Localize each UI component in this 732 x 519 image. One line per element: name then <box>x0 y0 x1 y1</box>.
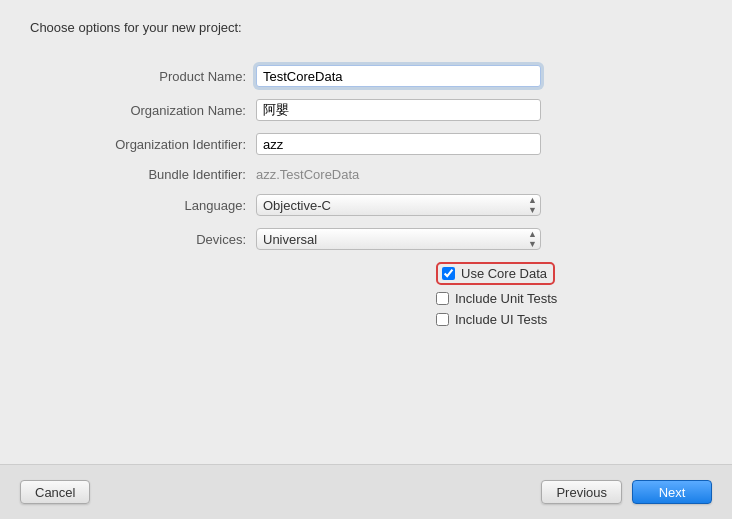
product-name-input[interactable] <box>256 65 541 87</box>
org-name-input[interactable] <box>256 99 541 121</box>
devices-row: Devices: Universal iPhone iPad ▲ ▼ <box>76 228 656 250</box>
checkboxes-area: Use Core Data Include Unit Tests Include… <box>436 262 557 327</box>
language-label: Language: <box>76 198 256 213</box>
dialog: Choose options for your new project: Pro… <box>0 0 732 464</box>
devices-label: Devices: <box>76 232 256 247</box>
include-unit-tests-label: Include Unit Tests <box>455 291 557 306</box>
next-button[interactable]: Next <box>632 480 712 504</box>
include-unit-tests-checkbox[interactable] <box>436 292 449 305</box>
devices-select[interactable]: Universal iPhone iPad <box>256 228 541 250</box>
include-ui-tests-label: Include UI Tests <box>455 312 547 327</box>
bundle-id-label: Bundle Identifier: <box>76 167 256 182</box>
core-data-highlight: Use Core Data <box>436 262 555 285</box>
form-area: Product Name: Organization Name: Organiz… <box>30 65 702 464</box>
devices-select-wrapper: Universal iPhone iPad ▲ ▼ <box>256 228 541 250</box>
bundle-id-value: azz.TestCoreData <box>256 167 359 182</box>
footer-right: Previous Next <box>541 480 712 504</box>
include-ui-tests-checkbox[interactable] <box>436 313 449 326</box>
org-name-label: Organization Name: <box>76 103 256 118</box>
org-id-label: Organization Identifier: <box>76 137 256 152</box>
include-ui-tests-row: Include UI Tests <box>436 312 557 327</box>
checkboxes-row: Use Core Data Include Unit Tests Include… <box>76 262 656 327</box>
org-id-row: Organization Identifier: <box>76 133 656 155</box>
use-core-data-checkbox[interactable] <box>442 267 455 280</box>
bundle-id-row: Bundle Identifier: azz.TestCoreData <box>76 167 656 182</box>
org-name-row: Organization Name: <box>76 99 656 121</box>
form-table: Product Name: Organization Name: Organiz… <box>76 65 656 339</box>
previous-button[interactable]: Previous <box>541 480 622 504</box>
cancel-button[interactable]: Cancel <box>20 480 90 504</box>
product-name-row: Product Name: <box>76 65 656 87</box>
footer: Cancel Previous Next <box>0 464 732 519</box>
product-name-label: Product Name: <box>76 69 256 84</box>
dialog-title: Choose options for your new project: <box>30 20 702 35</box>
footer-left: Cancel <box>20 480 541 504</box>
language-select-wrapper: Objective-C Swift ▲ ▼ <box>256 194 541 216</box>
use-core-data-label: Use Core Data <box>461 266 547 281</box>
org-id-input[interactable] <box>256 133 541 155</box>
language-row: Language: Objective-C Swift ▲ ▼ <box>76 194 656 216</box>
language-select[interactable]: Objective-C Swift <box>256 194 541 216</box>
use-core-data-row: Use Core Data <box>436 262 557 285</box>
include-unit-tests-row: Include Unit Tests <box>436 291 557 306</box>
